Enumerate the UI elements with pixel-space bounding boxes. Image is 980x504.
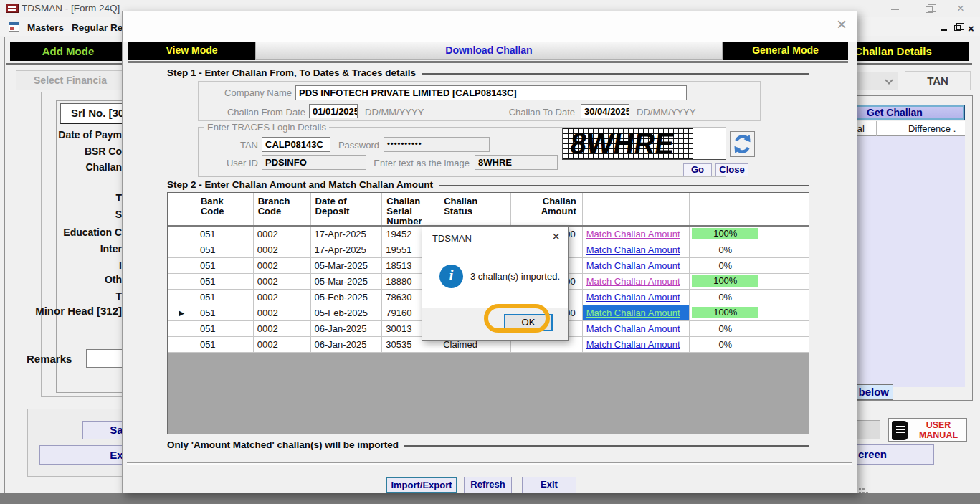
match-challan-amount-link[interactable]: Match Challan Amount xyxy=(586,260,680,271)
captcha-label: Enter text as the image xyxy=(371,158,470,168)
row-selector-cell[interactable] xyxy=(168,321,196,337)
filler-cell xyxy=(761,227,809,242)
filler-cell xyxy=(761,242,809,258)
row-selector-cell[interactable]: ▶ xyxy=(168,305,196,321)
ok-button[interactable]: OK xyxy=(504,314,553,331)
password-input[interactable]: •••••••••• xyxy=(384,137,490,152)
match-column-header xyxy=(583,193,690,225)
field-label: Inter xyxy=(0,243,122,255)
match-cell: Match Challan Amount xyxy=(583,290,690,305)
to-date-format-hint: DD/MM/YYYY xyxy=(637,107,695,118)
child-close-icon[interactable]: × xyxy=(968,23,974,34)
percent-fill: 100% xyxy=(692,275,758,287)
screen-button-label: creen xyxy=(858,448,887,460)
row-selector-cell[interactable] xyxy=(168,274,196,290)
select-financial-label: Select Financia xyxy=(16,70,125,90)
resize-grip[interactable] xyxy=(859,488,861,490)
user-manual-button[interactable]: USER MANUAL xyxy=(888,418,967,442)
row-selector-cell[interactable] xyxy=(168,290,196,305)
field-label: S xyxy=(0,209,122,220)
import-export-button[interactable]: Import/Export xyxy=(386,477,457,493)
match-challan-amount-link[interactable]: Match Challan Amount xyxy=(586,308,680,318)
child-restore-icon[interactable] xyxy=(954,25,961,31)
branch-code-cell: 0002 xyxy=(254,305,311,321)
window-title: TDSMAN - [Form 24Q] xyxy=(22,3,120,14)
tab-general-mode[interactable]: General Mode xyxy=(723,42,848,60)
row-selector-cell[interactable] xyxy=(168,258,196,274)
tab-add-mode[interactable]: Add Mode xyxy=(10,42,126,61)
filler-cell xyxy=(761,274,809,290)
step1-header: Step 1 - Enter Challan From, To Dates & … xyxy=(167,67,809,78)
restore-icon[interactable] xyxy=(926,6,933,13)
password-label: Password xyxy=(328,140,379,151)
branch-code-cell: 0002 xyxy=(254,337,311,353)
branch-code-cell: 0002 xyxy=(254,274,311,290)
to-date-input[interactable]: 30/04/2025 xyxy=(581,104,629,118)
challan-status-header[interactable]: Challan Status xyxy=(439,193,511,225)
match-percent-cell: 0% xyxy=(690,321,761,337)
date-of-deposit-cell: 17-Apr-2025 xyxy=(311,242,383,258)
modal-title-area: × xyxy=(123,11,857,42)
tab-view-mode[interactable]: View Mode xyxy=(128,42,255,60)
branch-code-cell: 0002 xyxy=(254,258,311,274)
match-challan-amount-link[interactable]: Match Challan Amount xyxy=(586,229,680,239)
date-of-deposit-cell: 05-Mar-2025 xyxy=(311,258,383,274)
traces-close-button[interactable]: Close xyxy=(715,163,748,176)
company-name-input[interactable]: PDS INFOTECH PRIVATE LIMITED [CALP08143C… xyxy=(295,85,687,100)
percent-fill: 100% xyxy=(692,228,758,239)
tab-download-challan[interactable]: Download Challan xyxy=(255,42,723,60)
user-id-input[interactable]: PDSINFO xyxy=(262,155,366,170)
branch-code-header[interactable]: Branch Code xyxy=(254,193,311,225)
captcha-text: 8WHRE xyxy=(569,128,677,160)
close-icon[interactable]: × xyxy=(957,2,964,14)
match-challan-amount-link[interactable]: Match Challan Amount xyxy=(586,276,680,287)
menu-item-masters[interactable]: Masters xyxy=(27,22,64,33)
captcha-image: 8WHRE xyxy=(562,128,726,160)
date-of-deposit-cell: 05-Feb-2025 xyxy=(311,290,383,305)
from-date-input[interactable]: 01/01/2025 xyxy=(309,104,358,118)
grid-header-row: Bank Code Branch Code Date of Deposit Ch… xyxy=(168,193,809,227)
match-challan-amount-link[interactable]: Match Challan Amount xyxy=(586,244,680,255)
refresh-button[interactable]: Refresh xyxy=(464,477,512,493)
row-selector-cell[interactable] xyxy=(168,337,196,353)
date-of-deposit-cell: 17-Apr-2025 xyxy=(311,227,383,242)
traces-tan-input[interactable]: CALP08143C xyxy=(262,137,330,152)
filler-cell xyxy=(761,290,809,305)
bank-code-cell: 051 xyxy=(196,321,254,337)
step1-panel: Company Name PDS INFOTECH PRIVATE LIMITE… xyxy=(198,81,761,121)
captcha-input[interactable]: 8WHRE xyxy=(475,155,558,170)
bank-code-cell: 051 xyxy=(196,305,254,321)
to-date-label: Challan To Date xyxy=(471,107,575,118)
bank-code-cell: 051 xyxy=(196,227,254,242)
dialog-close-icon[interactable]: × xyxy=(552,229,560,243)
field-label: Oth xyxy=(0,274,122,285)
match-challan-amount-link[interactable]: Match Challan Amount xyxy=(586,339,680,350)
captcha-refresh-button[interactable] xyxy=(730,131,755,157)
row-selector-cell[interactable] xyxy=(168,227,196,242)
date-of-deposit-cell: 05-Mar-2025 xyxy=(311,274,383,290)
filler-cell xyxy=(761,305,809,321)
row-selector-cell[interactable] xyxy=(168,242,196,258)
match-challan-amount-link[interactable]: Match Challan Amount xyxy=(586,323,680,334)
remarks-label: Remarks xyxy=(27,353,72,365)
match-cell: Match Challan Amount xyxy=(583,274,690,290)
info-icon: i xyxy=(439,265,463,288)
challan-serial-header[interactable]: Challan Serial Number xyxy=(382,193,439,225)
bank-code-cell: 051 xyxy=(196,258,254,274)
bank-code-header[interactable]: Bank Code xyxy=(196,193,254,225)
field-label: Challan xyxy=(0,161,122,173)
go-button[interactable]: Go xyxy=(683,163,712,176)
challan-amount-header[interactable]: Challan Amount xyxy=(511,193,583,225)
minimize-icon[interactable] xyxy=(891,9,899,10)
exit-button[interactable]: Exit xyxy=(522,477,576,493)
modal-close-icon[interactable]: × xyxy=(837,16,847,33)
screen: TDSMAN - [Form 24Q] × Masters Regular Re… xyxy=(0,0,980,504)
date-of-deposit-cell: 06-Jan-2025 xyxy=(311,321,383,337)
filler-cell xyxy=(761,337,809,353)
bank-code-cell: 051 xyxy=(196,274,254,290)
match-cell: Match Challan Amount xyxy=(583,258,690,274)
date-of-deposit-header[interactable]: Date of Deposit xyxy=(311,193,383,225)
match-cell: Match Challan Amount xyxy=(583,305,690,321)
match-challan-amount-link[interactable]: Match Challan Amount xyxy=(586,292,680,303)
child-minimize-icon[interactable] xyxy=(941,29,947,31)
